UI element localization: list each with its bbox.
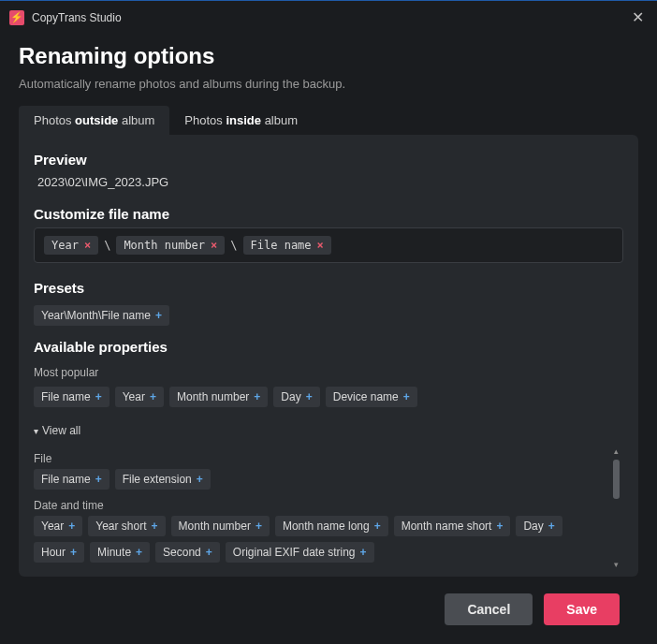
scrollbar[interactable]: ▴ ▾: [614, 446, 621, 569]
scroll-down-icon[interactable]: ▾: [611, 560, 620, 569]
close-icon[interactable]: ✕: [628, 8, 648, 26]
customize-label: Customize file name: [34, 206, 623, 222]
prop-month-name-short[interactable]: Month name short+: [394, 516, 511, 536]
preview-value: 2023\02\IMG_2023.JPG: [37, 175, 623, 189]
app-icon: ⚡: [9, 10, 24, 25]
add-icon: +: [548, 520, 555, 533]
scroll-thumb[interactable]: [613, 460, 620, 499]
prop-second[interactable]: Second+: [155, 542, 220, 563]
group-file-row: File name+ File extension+: [34, 469, 606, 490]
save-button[interactable]: Save: [544, 593, 620, 625]
group-file-label: File: [34, 452, 606, 465]
group-datetime-label: Date and time: [34, 499, 606, 512]
add-icon: +: [95, 390, 102, 403]
add-icon: +: [155, 309, 162, 322]
presets-label: Presets: [34, 280, 623, 296]
token-month-number[interactable]: Month number ×: [116, 236, 225, 255]
prop-day[interactable]: Day+: [273, 387, 319, 407]
prop-device-name[interactable]: Device name+: [326, 387, 417, 407]
add-icon: +: [360, 546, 367, 559]
view-all-toggle[interactable]: ▾ View all: [34, 424, 623, 437]
add-icon: +: [403, 390, 410, 403]
add-icon: +: [197, 473, 203, 486]
token-year[interactable]: Year ×: [44, 236, 98, 255]
prop-minute[interactable]: Minute+: [90, 542, 150, 563]
preset-year-month-filename[interactable]: Year\Month\File name +: [34, 305, 169, 326]
prop-month-number[interactable]: Month number+: [169, 387, 268, 407]
add-icon: +: [150, 390, 156, 403]
separator: \: [104, 239, 110, 252]
page-title: Renaming options: [19, 43, 638, 69]
add-icon: +: [68, 520, 75, 533]
prop-day[interactable]: Day+: [516, 516, 562, 536]
add-icon: +: [206, 546, 212, 559]
page-subtitle: Automatically rename photos and albums d…: [19, 77, 638, 91]
scroll-up-icon[interactable]: ▴: [611, 446, 620, 456]
tab-photos-outside-album[interactable]: Photos outside album: [19, 106, 169, 135]
group-datetime-row: Year+ Year short+ Month number+ Month na…: [34, 516, 606, 563]
separator: \: [230, 239, 237, 252]
available-label: Available properties: [34, 339, 623, 355]
content: Renaming options Automatically rename ph…: [0, 34, 657, 644]
add-icon: +: [256, 520, 262, 533]
filename-token-input[interactable]: Year × \ Month number × \ File name ×: [34, 227, 623, 263]
cancel-button[interactable]: Cancel: [445, 593, 533, 625]
prop-year-short[interactable]: Year short+: [88, 516, 165, 536]
prop-original-exif-date-string[interactable]: Original EXIF date string+: [226, 542, 374, 563]
prop-file-name[interactable]: File name+: [34, 469, 110, 490]
remove-icon[interactable]: ×: [317, 239, 324, 252]
presets-row: Year\Month\File name +: [34, 305, 623, 326]
caret-down-icon: ▾: [34, 426, 38, 436]
add-icon: +: [254, 390, 260, 403]
most-popular-label: Most popular: [34, 366, 623, 379]
add-icon: +: [306, 390, 313, 403]
add-icon: +: [136, 546, 142, 559]
prop-hour[interactable]: Hour+: [34, 542, 84, 563]
token-file-name[interactable]: File name ×: [243, 236, 331, 255]
prop-month-name-long[interactable]: Month name long+: [275, 516, 388, 536]
prop-file-extension[interactable]: File extension+: [115, 469, 211, 490]
most-popular-row: File name+ Year+ Month number+ Day+ Devi…: [34, 387, 623, 407]
add-icon: +: [152, 520, 158, 533]
properties-scroll-area: File File name+ File extension+ Date and…: [34, 446, 623, 569]
add-icon: +: [374, 520, 381, 533]
tabs: Photos outside album Photos inside album: [19, 106, 638, 135]
titlebar: ⚡ CopyTrans Studio ✕: [0, 1, 657, 34]
panel: Preview 2023\02\IMG_2023.JPG Customize f…: [19, 135, 638, 577]
app-name: CopyTrans Studio: [32, 11, 122, 24]
app-window: ⚡ CopyTrans Studio ✕ Renaming options Au…: [0, 0, 657, 644]
add-icon: +: [70, 546, 77, 559]
prop-file-name[interactable]: File name+: [34, 387, 110, 407]
prop-month-number[interactable]: Month number+: [171, 516, 270, 536]
remove-icon[interactable]: ×: [211, 239, 217, 252]
tab-photos-inside-album[interactable]: Photos inside album: [169, 106, 313, 135]
preview-label: Preview: [34, 152, 623, 168]
prop-year[interactable]: Year+: [34, 516, 82, 536]
footer: Cancel Save: [19, 577, 638, 644]
add-icon: +: [496, 520, 503, 533]
add-icon: +: [95, 473, 102, 486]
prop-year[interactable]: Year+: [115, 387, 164, 407]
remove-icon[interactable]: ×: [84, 239, 91, 252]
